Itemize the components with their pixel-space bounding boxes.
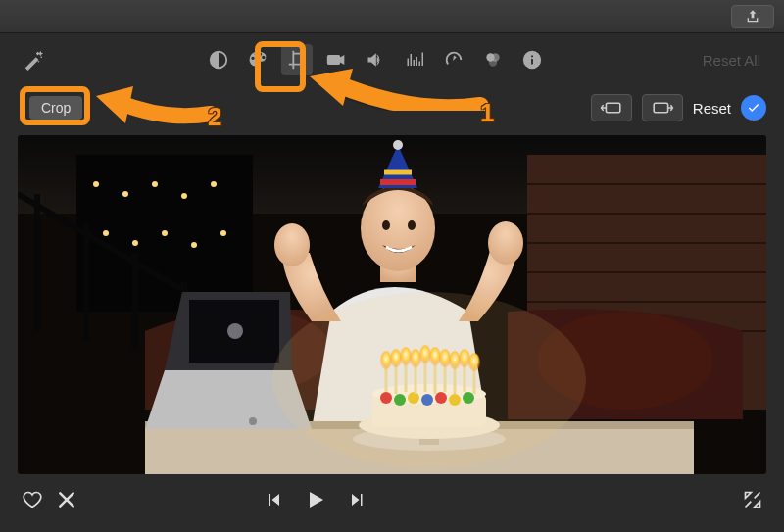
share-button[interactable] xyxy=(731,5,774,28)
contrast-icon[interactable] xyxy=(203,44,234,75)
play-icon[interactable] xyxy=(304,488,327,511)
heart-icon[interactable] xyxy=(22,490,43,509)
svg-point-22 xyxy=(162,230,168,236)
expand-icon[interactable] xyxy=(743,490,762,509)
crop-icon[interactable] xyxy=(281,44,313,75)
camera-icon[interactable] xyxy=(320,44,352,75)
svg-point-38 xyxy=(393,140,403,150)
svg-point-19 xyxy=(211,181,217,187)
magic-wand-icon[interactable] xyxy=(18,44,49,75)
svg-point-15 xyxy=(93,181,99,187)
previous-icon[interactable] xyxy=(265,491,282,508)
svg-point-33 xyxy=(488,221,523,265)
svg-point-21 xyxy=(132,240,138,246)
svg-point-43 xyxy=(227,323,243,339)
svg-point-37 xyxy=(408,220,416,230)
svg-rect-4 xyxy=(654,103,667,113)
svg-point-16 xyxy=(122,191,128,197)
rotate-cw-button[interactable] xyxy=(642,94,683,121)
circles-icon[interactable] xyxy=(477,44,509,75)
palette-icon[interactable] xyxy=(242,44,273,75)
svg-rect-3 xyxy=(606,103,619,113)
speedometer-icon[interactable] xyxy=(438,44,469,75)
reset-button[interactable]: Reset xyxy=(693,100,731,117)
svg-point-2 xyxy=(489,58,497,66)
svg-point-24 xyxy=(220,230,226,236)
svg-point-17 xyxy=(152,181,158,187)
apply-checkmark-button[interactable] xyxy=(741,95,766,121)
info-icon[interactable] xyxy=(516,44,548,75)
svg-point-32 xyxy=(274,223,310,266)
svg-point-76 xyxy=(272,292,586,468)
svg-point-42 xyxy=(249,417,257,425)
svg-point-23 xyxy=(191,242,197,248)
x-icon[interactable] xyxy=(57,490,76,509)
crop-button[interactable]: Crop xyxy=(29,96,82,120)
video-preview[interactable] xyxy=(18,135,766,474)
rotate-ccw-button[interactable] xyxy=(591,94,632,121)
equalizer-icon[interactable] xyxy=(399,44,430,75)
svg-point-36 xyxy=(382,220,390,230)
reset-all-button: Reset All xyxy=(703,52,766,69)
next-icon[interactable] xyxy=(349,491,367,508)
svg-point-20 xyxy=(103,230,109,236)
svg-point-18 xyxy=(181,193,187,199)
speaker-icon[interactable] xyxy=(360,44,391,75)
